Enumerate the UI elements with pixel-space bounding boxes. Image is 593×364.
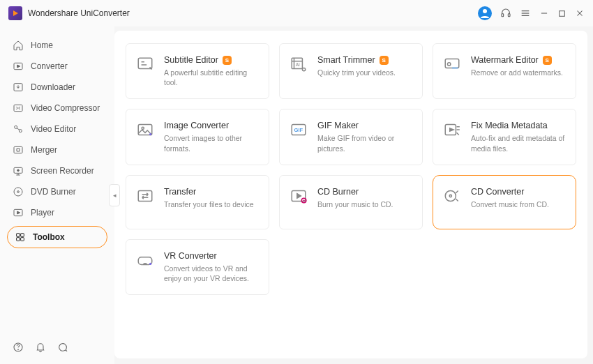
sidebar-item-video-compressor[interactable]: Video Compressor xyxy=(0,98,114,119)
cd-converter-icon xyxy=(443,187,461,205)
tool-card-vr-converter[interactable]: VR ConverterConvert videos to VR and enj… xyxy=(126,239,269,295)
svg-point-35 xyxy=(448,63,451,66)
svg-point-48 xyxy=(445,190,456,201)
tool-description: Make GIF from video or pictures. xyxy=(317,133,412,153)
tool-title: Watermark Editor xyxy=(471,55,539,65)
sidebar-item-downloader[interactable]: Downloader xyxy=(0,77,114,98)
svg-rect-17 xyxy=(14,146,22,153)
dvd-burner-icon xyxy=(13,186,24,197)
sidebar-item-video-editor[interactable]: Video Editor xyxy=(0,119,114,139)
svg-point-1 xyxy=(483,9,487,13)
toolbox-icon xyxy=(15,232,26,243)
minimize-button[interactable] xyxy=(539,8,549,18)
sidebar-item-player[interactable]: Player xyxy=(0,202,114,223)
sidebar-item-screen-recorder[interactable]: Screen Recorder xyxy=(0,160,114,181)
screen-recorder-icon xyxy=(13,165,24,176)
sidebar-item-toolbox[interactable]: Toolbox xyxy=(7,226,107,248)
fix-media-metadata-icon xyxy=(443,121,461,139)
tool-description: Convert videos to VR and enjoy on your V… xyxy=(164,264,259,283)
sidebar-item-label: Toolbox xyxy=(33,232,65,242)
chat-icon[interactable] xyxy=(57,342,68,356)
tool-card-cd-converter[interactable]: CD ConverterConvert music from CD. xyxy=(433,175,576,229)
svg-marker-0 xyxy=(13,10,18,16)
tool-title: CD Burner xyxy=(317,187,359,197)
video-compressor-icon xyxy=(13,103,24,114)
converter-icon xyxy=(13,61,24,72)
svg-rect-8 xyxy=(560,10,565,16)
gif-maker-icon: GIF xyxy=(290,121,308,139)
svg-marker-23 xyxy=(17,211,20,214)
main-content: Subtitle EditorSA powerful subtitle edit… xyxy=(114,31,587,358)
downloader-icon xyxy=(13,82,24,93)
sidebar-item-converter[interactable]: Converter xyxy=(0,56,114,77)
sidebar-item-label: Video Editor xyxy=(31,124,76,134)
tool-title: CD Converter xyxy=(471,187,524,197)
tool-card-fix-media-metadata[interactable]: Fix Media MetadataAuto-fix and edit meta… xyxy=(433,109,576,165)
tool-card-gif-maker[interactable]: GIFGIF MakerMake GIF from video or pictu… xyxy=(279,109,423,165)
svg-rect-25 xyxy=(21,234,24,237)
svg-rect-27 xyxy=(21,238,24,241)
svg-rect-2 xyxy=(502,14,504,17)
user-avatar-icon[interactable] xyxy=(478,6,492,20)
tool-card-subtitle-editor[interactable]: Subtitle EditorSA powerful subtitle edit… xyxy=(126,43,269,99)
svg-rect-24 xyxy=(17,234,20,237)
sidebar-item-dvd-burner[interactable]: DVD Burner xyxy=(0,181,114,202)
merger-icon xyxy=(13,144,24,156)
svg-point-51 xyxy=(149,262,151,264)
sidebar: HomeConverterDownloaderVideo CompressorV… xyxy=(0,26,114,364)
sidebar-item-label: Downloader xyxy=(31,82,75,92)
new-badge: S xyxy=(223,56,232,65)
tool-title: Smart Trimmer xyxy=(317,55,375,65)
sidebar-item-home[interactable]: Home xyxy=(0,35,114,56)
menu-icon[interactable] xyxy=(520,8,531,19)
sidebar-item-label: Player xyxy=(31,208,54,218)
tool-description: Transfer your files to device xyxy=(164,199,259,209)
svg-marker-12 xyxy=(17,65,20,68)
sidebar-collapse-toggle[interactable]: ◂ xyxy=(109,184,120,206)
svg-point-37 xyxy=(142,128,144,130)
vr-converter-icon xyxy=(136,251,154,269)
tool-description: Quicky trim your videos. xyxy=(317,68,412,77)
tool-title: VR Converter xyxy=(164,251,217,261)
tool-title: Image Converter xyxy=(164,121,229,130)
sidebar-item-label: Merger xyxy=(31,145,57,155)
smart-trimmer-icon: AI xyxy=(290,55,308,73)
tool-description: Convert music from CD. xyxy=(471,199,566,209)
titlebar: Wondershare UniConverter xyxy=(0,0,593,26)
svg-text:GIF: GIF xyxy=(294,128,303,134)
svg-point-47 xyxy=(303,199,305,201)
help-icon[interactable] xyxy=(13,342,24,356)
svg-point-49 xyxy=(449,195,451,197)
tool-description: Convert images to other formats. xyxy=(164,133,259,153)
bell-icon[interactable] xyxy=(35,342,46,356)
headset-icon[interactable] xyxy=(500,8,511,19)
tool-title: Transfer xyxy=(164,187,196,197)
cd-burner-icon xyxy=(290,187,308,205)
sidebar-item-label: Video Compressor xyxy=(31,103,100,113)
tool-card-cd-burner[interactable]: CD BurnerBurn your music to CD. xyxy=(279,175,423,229)
new-badge: S xyxy=(543,56,552,65)
tool-description: A powerful subtitle editing tool. xyxy=(164,68,259,87)
tool-description: Burn your music to CD. xyxy=(317,199,412,209)
tool-card-transfer[interactable]: TransferTransfer your files to device xyxy=(126,175,269,229)
new-badge: S xyxy=(380,56,389,65)
close-button[interactable] xyxy=(575,8,585,18)
tool-card-smart-trimmer[interactable]: AISmart TrimmerSQuicky trim your videos. xyxy=(279,43,423,99)
svg-point-19 xyxy=(17,169,20,172)
sidebar-item-label: Home xyxy=(31,40,53,50)
svg-marker-42 xyxy=(450,128,453,131)
subtitle-editor-icon xyxy=(136,55,154,73)
maximize-button[interactable] xyxy=(557,9,566,18)
svg-marker-45 xyxy=(297,193,301,198)
image-converter-icon xyxy=(136,121,154,139)
app-title: Wondershare UniConverter xyxy=(28,8,478,18)
svg-point-21 xyxy=(17,191,20,193)
player-icon xyxy=(13,207,24,218)
tool-card-watermark-editor[interactable]: Watermark EditorSRemove or add watermark… xyxy=(433,43,576,99)
home-icon xyxy=(13,40,24,51)
sidebar-item-merger[interactable]: Merger xyxy=(0,139,114,160)
tool-description: Remove or add watermarks. xyxy=(471,68,566,77)
tool-card-image-converter[interactable]: Image ConverterConvert images to other f… xyxy=(126,109,269,165)
video-editor-icon xyxy=(13,123,24,135)
svg-point-20 xyxy=(14,188,22,196)
